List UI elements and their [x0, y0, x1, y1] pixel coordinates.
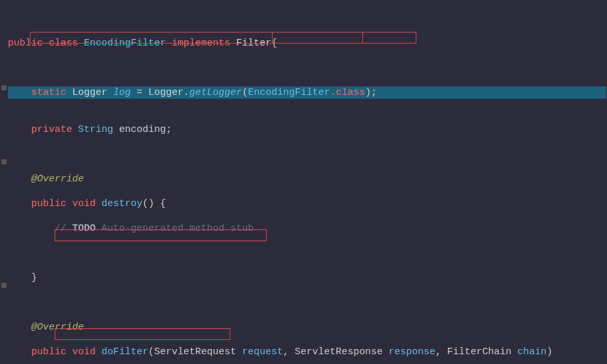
- code-line: public void doFilter(ServletRequest requ…: [8, 346, 606, 358]
- code-editor[interactable]: public class EncodingFilter implements F…: [8, 0, 606, 364]
- code-line: [8, 99, 606, 111]
- code-line: [8, 148, 606, 161]
- code-line: [8, 62, 606, 74]
- fold-marker-icon[interactable]: [1, 159, 7, 164]
- code-line: public class EncodingFilter implements F…: [8, 37, 606, 49]
- code-line: public void destroy() {: [8, 198, 606, 210]
- code-line: [8, 296, 606, 309]
- editor-gutter: [0, 0, 8, 364]
- code-line: @Override: [8, 173, 606, 185]
- code-line: [8, 12, 606, 25]
- code-line: }: [8, 272, 606, 284]
- code-line: [8, 247, 606, 259]
- code-line: // TODO Auto-generated method stub: [8, 222, 606, 235]
- code-line-highlighted: static Logger log = Logger.getLogger(Enc…: [8, 86, 606, 99]
- code-line: private String encoding;: [8, 124, 606, 136]
- fold-marker-icon[interactable]: [1, 85, 7, 90]
- fold-marker-icon[interactable]: [1, 283, 7, 288]
- code-line: @Override: [8, 321, 606, 333]
